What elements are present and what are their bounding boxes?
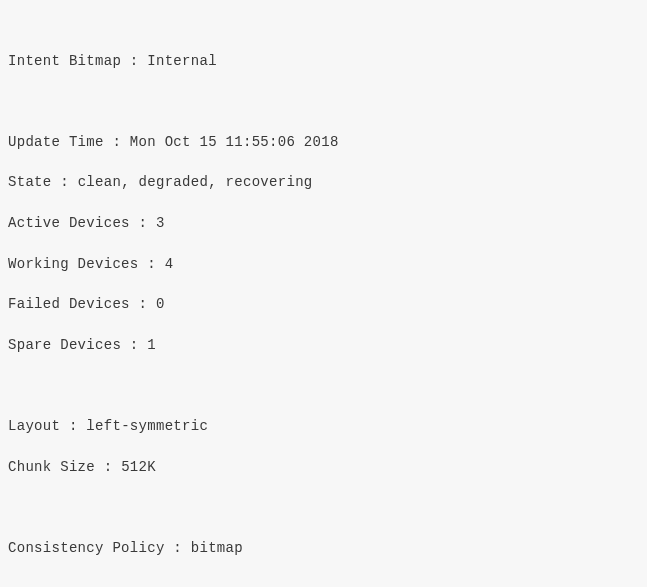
layout-value: left-symmetric — [86, 418, 208, 434]
consistency-policy-line: Consistency Policy : bitmap — [8, 538, 639, 558]
blank-line — [8, 375, 639, 395]
blank-line — [8, 578, 639, 587]
spare-devices-label: Spare Devices — [8, 337, 121, 353]
failed-devices-label: Failed Devices — [8, 296, 130, 312]
intent-bitmap-label: Intent Bitmap — [8, 53, 121, 69]
update-time-line: Update Time : Mon Oct 15 11:55:06 2018 — [8, 132, 639, 152]
chunk-size-label: Chunk Size — [8, 459, 95, 475]
working-devices-value: 4 — [165, 256, 174, 272]
working-devices-line: Working Devices : 4 — [8, 254, 639, 274]
working-devices-label: Working Devices — [8, 256, 139, 272]
spare-devices-value: 1 — [147, 337, 156, 353]
active-devices-value: 3 — [156, 215, 165, 231]
consistency-policy-label: Consistency Policy — [8, 540, 165, 556]
failed-devices-value: 0 — [156, 296, 165, 312]
spare-devices-line: Spare Devices : 1 — [8, 335, 639, 355]
state-label: State — [8, 174, 52, 190]
state-value: clean, degraded, recovering — [78, 174, 313, 190]
failed-devices-line: Failed Devices : 0 — [8, 294, 639, 314]
update-time-value: Mon Oct 15 11:55:06 2018 — [130, 134, 339, 150]
update-time-label: Update Time — [8, 134, 104, 150]
active-devices-label: Active Devices — [8, 215, 130, 231]
consistency-policy-value: bitmap — [191, 540, 243, 556]
blank-line — [8, 91, 639, 111]
chunk-size-value: 512K — [121, 459, 156, 475]
active-devices-line: Active Devices : 3 — [8, 213, 639, 233]
chunk-size-line: Chunk Size : 512K — [8, 457, 639, 477]
state-line: State : clean, degraded, recovering — [8, 172, 639, 192]
layout-line: Layout : left-symmetric — [8, 416, 639, 436]
intent-bitmap-line: Intent Bitmap : Internal — [8, 51, 639, 71]
layout-label: Layout — [8, 418, 60, 434]
blank-line — [8, 497, 639, 517]
intent-bitmap-value: Internal — [147, 53, 217, 69]
